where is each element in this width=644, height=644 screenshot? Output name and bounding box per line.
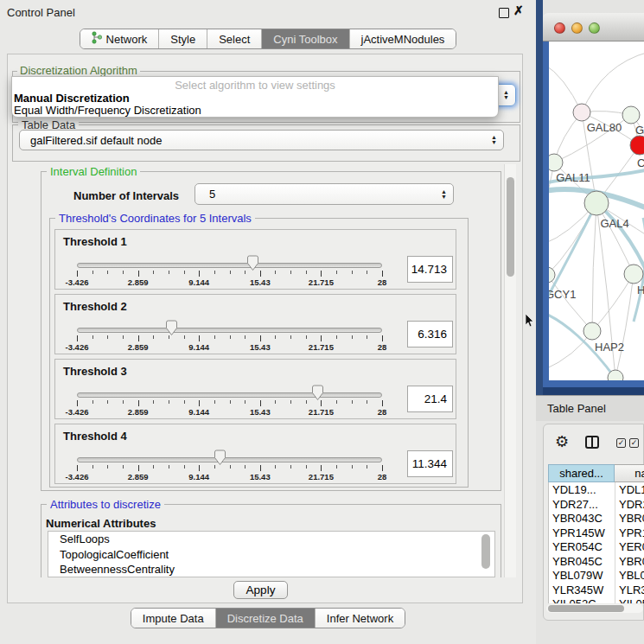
threshold-value-field[interactable]: 14.713 [407,256,453,283]
column-header-shared[interactable]: shared... [548,464,615,482]
tab-label: Impute Data [143,612,204,625]
network-node-hap2[interactable] [583,322,601,340]
slider-ticks [77,400,382,407]
cell-name: YLR345W [619,583,644,596]
major-tick [199,271,200,277]
scrollbar-thumb[interactable] [548,605,624,612]
dropdown-placeholder-item[interactable]: Select algorithm to view settings [12,79,498,92]
tick-label: 15.43 [250,407,271,417]
slider-track[interactable] [77,392,382,398]
network-edge[interactable] [582,52,644,112]
table-row[interactable]: YPR145WYPR145W [549,526,644,540]
table-row[interactable]: YBR043CYBR043C [549,511,644,526]
tab-jactivemnodules[interactable]: jActiveMNodules [349,29,456,48]
tab-network[interactable]: Network [80,29,159,48]
table-row[interactable]: YBL079WYBL079W [549,568,644,583]
minor-tick [336,335,337,339]
column-header-name[interactable]: name [615,464,644,482]
node-table: shared... name YDL19...YDL19YDR27...YDR2… [548,464,644,603]
network-canvas[interactable]: GAL80GACGAL11GAL4GCY1HAHAP2 [549,41,644,380]
network-window-titlebar[interactable] [543,13,644,41]
major-tick [260,400,261,406]
cell-shared-name: YBL079W [552,569,613,582]
float-window-icon[interactable] [499,8,509,18]
slider-track[interactable] [77,328,382,333]
network-node-gal11[interactable] [549,154,563,171]
minor-tick [275,400,276,404]
table-horizontal-scrollbar[interactable] [546,604,643,613]
minor-tick [290,400,291,404]
numerical-attributes-list[interactable]: SelfLoopsTopologicalCoefficientBetweenne… [48,531,495,577]
tick-label: -3.426 [66,277,89,287]
table-row[interactable]: YIL052CYIL052C [549,596,644,603]
minor-tick [245,335,245,339]
apply-button[interactable]: Apply [233,581,288,599]
tab-cyni-toolbox[interactable]: Cyni Toolbox [261,29,348,48]
cell-shared-name: YER054C [552,540,613,553]
table-row[interactable]: YDL19...YDL19 [549,482,644,497]
major-tick [77,271,78,277]
tab-select[interactable]: Select [207,29,261,48]
list-scrollbar[interactable] [481,534,490,569]
slider-ticks [77,335,382,342]
number-of-intervals-select[interactable]: 5 ▲▼ [194,183,454,205]
network-edge[interactable] [615,274,634,378]
minor-tick [290,271,291,274]
minor-tick [306,465,307,469]
network-node-ha[interactable] [624,265,643,284]
network-node-gal80[interactable] [573,104,590,121]
close-icon[interactable]: ✗ [513,3,524,17]
gear-icon[interactable]: ⚙ [555,434,569,450]
network-node-ga[interactable] [622,106,640,124]
table-row[interactable]: YBR045CYBR045C [549,554,644,569]
tab-label: Network [106,33,148,46]
slider-thumb[interactable] [311,385,324,401]
zoom-traffic-light-icon[interactable] [589,22,600,34]
network-node-gal4[interactable] [584,191,609,215]
threshold-value-field[interactable]: 6.316 [407,321,453,348]
threshold-value-field[interactable]: 11.344 [407,450,453,477]
tab-label: Select [219,33,250,46]
table-row[interactable]: YLR345WYLR345W [549,583,644,597]
threshold-value-field[interactable]: 21.4 [407,386,453,412]
table-data-select[interactable]: galFiltered.sif default node ▲▼ [19,130,504,150]
table-row[interactable]: YDR27...YDR27 [549,497,644,512]
minimize-traffic-light-icon[interactable] [571,22,583,34]
network-edge[interactable] [592,274,634,331]
network-node-gcy1[interactable] [549,267,555,283]
network-edge[interactable] [592,203,596,331]
attribute-item-betweennesscentrality[interactable]: BetweennessCentrality [48,562,494,577]
minor-tick [153,271,154,274]
columns-icon[interactable] [585,436,599,449]
slider-track[interactable] [77,263,382,268]
number-of-intervals-value: 5 [209,188,215,201]
major-tick [77,465,78,471]
minor-tick [184,335,185,339]
slider-track[interactable] [77,457,382,462]
tab-infer-network[interactable]: Infer Network [315,609,405,628]
checkbox-icon[interactable]: ✓ [616,438,626,448]
minor-tick [214,335,215,339]
tab-style[interactable]: Style [158,29,207,48]
cell-name: YDL19 [619,483,644,496]
table-row[interactable]: YER054CYER054C [549,539,644,554]
slider-thumb[interactable] [214,450,226,466]
tick-label: 28 [378,472,387,481]
attribute-item-selfloops[interactable]: SelfLoops [48,532,494,547]
tick-label: 2.859 [128,472,149,481]
dropdown-item-manual-discretization[interactable]: Manual Discretization [14,92,130,105]
network-node-c[interactable] [630,136,644,155]
close-traffic-light-icon[interactable] [554,22,565,34]
panel-scrollbar[interactable] [504,164,516,577]
scrollbar-thumb[interactable] [507,177,514,277]
slider-thumb[interactable] [246,255,259,271]
tab-impute-data[interactable]: Impute Data [131,609,215,628]
attribute-item-topologicalcoefficient[interactable]: TopologicalCoefficient [48,547,494,563]
dropdown-item-equal-width-frequency[interactable]: Equal Width/Frequency Discretization [14,104,201,117]
minor-tick [275,465,276,469]
slider-thumb[interactable] [165,320,178,336]
checkbox-icon[interactable]: ✓ [629,438,639,448]
tab-discretize-data[interactable]: Discretize Data [215,609,315,628]
tick-label: 21.715 [309,407,334,417]
network-edge[interactable] [549,203,596,275]
